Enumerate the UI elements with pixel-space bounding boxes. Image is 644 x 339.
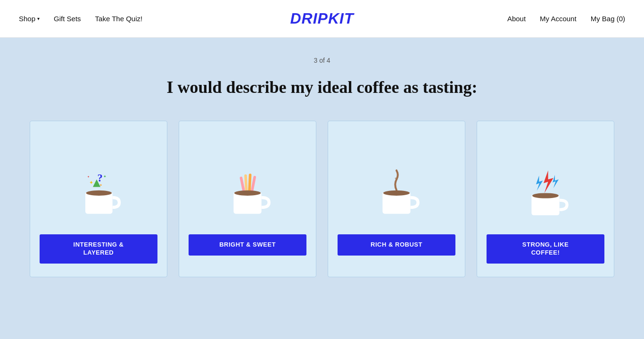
shop-chevron-icon: ▾ <box>37 16 40 21</box>
svg-marker-17 <box>536 176 543 191</box>
svg-point-21 <box>532 193 559 198</box>
my-bag-link[interactable]: My Bag (0) <box>591 15 625 23</box>
quiz-link[interactable]: Take The Quiz! <box>95 15 143 23</box>
svg-marker-19 <box>553 175 559 188</box>
mug-area-interesting: ? ✦ ✦ ✦ ✦ <box>73 135 124 220</box>
mug-icon-rich: ? <box>371 164 422 220</box>
quiz-main: 3 of 4 I would describe my ideal coffee … <box>0 38 644 339</box>
quiz-question: I would describe my ideal coffee as tast… <box>167 77 478 97</box>
svg-text:✦: ✦ <box>103 174 107 179</box>
option-bright-button[interactable]: BRIGHT & SWEET <box>189 234 306 256</box>
mug-area-rich: ? <box>371 135 422 220</box>
option-bright[interactable]: BRIGHT & SWEET <box>179 121 316 277</box>
shop-label: Shop <box>19 15 35 23</box>
svg-text:✦: ✦ <box>87 175 90 178</box>
svg-text:✦: ✦ <box>89 180 93 185</box>
svg-line-10 <box>249 175 250 191</box>
my-account-link[interactable]: My Account <box>540 15 577 23</box>
option-rich-button[interactable]: RICH & ROBUST <box>338 234 455 256</box>
mug-area-bright <box>222 135 273 220</box>
shop-link[interactable]: Shop ▾ <box>19 15 40 23</box>
navbar: Shop ▾ Gift Sets Take The Quiz! DRIPKIT … <box>0 0 644 38</box>
option-strong[interactable]: STRONG, LIKECOFFEE! <box>477 121 614 277</box>
svg-marker-18 <box>544 170 553 193</box>
svg-point-13 <box>234 190 261 196</box>
step-indicator: 3 of 4 <box>314 57 330 64</box>
nav-left: Shop ▾ Gift Sets Take The Quiz! <box>19 15 142 23</box>
option-interesting-button[interactable]: INTERESTING &LAYERED <box>40 234 157 264</box>
nav-right: About My Account My Bag (0) <box>507 15 625 23</box>
mug-icon-strong <box>520 164 571 220</box>
option-strong-button[interactable]: STRONG, LIKECOFFEE! <box>487 234 604 264</box>
about-link[interactable]: About <box>507 15 526 23</box>
svg-text:?: ? <box>98 172 103 184</box>
mug-icon-interesting: ? ✦ ✦ ✦ ✦ <box>73 164 124 220</box>
logo[interactable]: DRIPKIT <box>290 10 354 27</box>
svg-point-7 <box>86 190 112 196</box>
option-rich[interactable]: ? RICH & ROBUST <box>328 121 465 277</box>
mug-area-strong <box>520 135 571 220</box>
svg-line-8 <box>241 178 244 190</box>
gift-sets-link[interactable]: Gift Sets <box>54 15 81 23</box>
svg-point-16 <box>383 190 410 196</box>
options-grid: ? ✦ ✦ ✦ ✦ INTERESTING &LAYERED <box>30 121 614 277</box>
option-interesting[interactable]: ? ✦ ✦ ✦ ✦ INTERESTING &LAYERED <box>30 121 167 277</box>
mug-icon-bright <box>222 164 273 220</box>
svg-text:?: ? <box>395 176 398 184</box>
svg-line-9 <box>246 176 247 191</box>
svg-line-11 <box>252 177 255 191</box>
